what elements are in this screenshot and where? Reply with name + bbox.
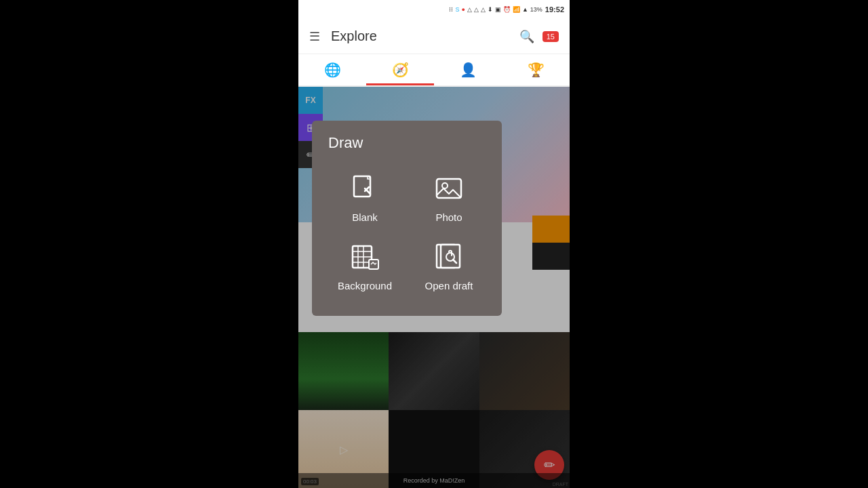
status-icon-3: ● [461, 6, 465, 13]
status-bar: ⁞⁞ S ● △ △ △ ⬇ ▣ ⏰ 📶 ▲ 13% 19:52 [298, 0, 570, 19]
status-icon-2: S [455, 6, 459, 13]
status-icon-1: ⁞⁞ [449, 6, 453, 13]
top-actions: 🔍 15 [519, 29, 559, 44]
opendraft-icon [431, 239, 467, 274]
draw-background-item[interactable]: Background [328, 234, 401, 297]
status-icon-download: ⬇ [488, 6, 493, 13]
draw-opendraft-item[interactable]: Open draft [412, 234, 486, 297]
trophy-icon: 🏆 [528, 62, 545, 78]
svg-point-4 [442, 183, 448, 188]
status-icons: ⁞⁞ S ● △ △ △ ⬇ ▣ ⏰ 📶 ▲ 13% [449, 6, 542, 13]
opendraft-label: Open draft [425, 280, 473, 291]
status-icon-triangle2: △ [474, 6, 479, 13]
svg-rect-11 [369, 260, 378, 269]
status-icon-triangle3: △ [481, 6, 486, 13]
photo-label: Photo [435, 211, 462, 223]
tab-compass[interactable]: 🧭 [366, 54, 434, 85]
top-bar: ☰ Explore 🔍 15 [298, 19, 570, 54]
status-icon-cast: ▣ [495, 6, 501, 13]
background-icon [347, 239, 382, 274]
status-icon-wifi: 📶 [513, 6, 520, 13]
globe-icon: 🌐 [324, 62, 341, 78]
blank-label: Blank [352, 211, 378, 223]
battery-indicator: 13% [530, 6, 542, 13]
tab-trophy[interactable]: 🏆 [502, 54, 570, 85]
svg-rect-13 [441, 245, 460, 268]
app-title: Explore [331, 28, 519, 44]
status-time: 19:52 [545, 5, 564, 14]
compass-icon: 🧭 [392, 62, 409, 78]
menu-icon[interactable]: ☰ [309, 29, 320, 44]
photo-icon [431, 171, 467, 206]
tab-profile[interactable]: 👤 [434, 54, 502, 85]
tab-global[interactable]: 🌐 [298, 54, 366, 85]
draw-photo-item[interactable]: Photo [412, 165, 486, 228]
draw-modal-title: Draw [328, 134, 486, 152]
draw-options-grid: Blank Photo [328, 165, 486, 297]
main-content: FX ⊞ ✏ Daily Caption [298, 87, 570, 488]
status-icon-signal: ▲ [522, 6, 528, 13]
status-icon-alarm: ⏰ [503, 6, 511, 13]
draw-blank-item[interactable]: Blank [328, 165, 401, 228]
phone-frame: ⁞⁞ S ● △ △ △ ⬇ ▣ ⏰ 📶 ▲ 13% 19:52 ☰ Explo… [298, 0, 570, 488]
background-label: Background [338, 280, 392, 291]
person-icon: 👤 [460, 62, 477, 78]
modal-overlay[interactable]: Draw Blank [298, 87, 570, 488]
nav-tabs: 🌐 🧭 👤 🏆 [298, 54, 570, 87]
search-icon[interactable]: 🔍 [519, 29, 534, 44]
status-icon-triangle1: △ [467, 6, 472, 13]
blank-icon [347, 171, 382, 206]
draw-modal: Draw Blank [312, 121, 502, 316]
notification-button[interactable]: 15 [542, 31, 559, 42]
